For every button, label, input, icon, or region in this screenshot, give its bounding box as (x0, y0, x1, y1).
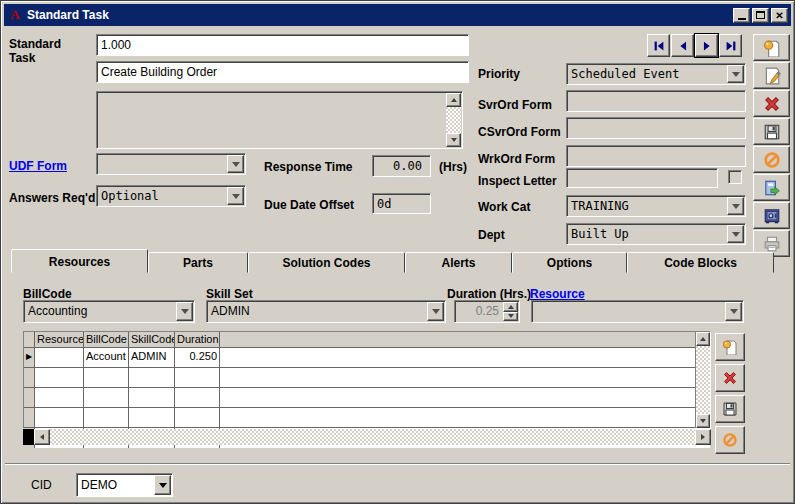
csvrord-form-field[interactable] (566, 117, 746, 139)
grid-col-duration[interactable]: Duration (175, 332, 220, 347)
chevron-down-icon (732, 204, 740, 209)
task-name-field[interactable]: Create Building Order (96, 61, 469, 83)
cancel-button[interactable] (753, 146, 790, 173)
duration-spinner[interactable]: 0.25 (454, 300, 520, 323)
close-button[interactable]: ✕ (771, 8, 788, 23)
vault-button[interactable] (753, 202, 790, 229)
scroll-track[interactable] (696, 346, 710, 414)
answers-reqd-label: Answers Req'd (9, 191, 95, 205)
billcode-value: Accounting (28, 304, 87, 318)
udf-form-dropdown-button[interactable] (227, 155, 244, 173)
tab-solution-codes[interactable]: Solution Codes (248, 252, 405, 273)
billcode-dropdown-button[interactable] (176, 302, 193, 321)
minimize-button[interactable] (733, 8, 750, 23)
chevron-down-icon (232, 162, 240, 167)
cell-duration[interactable]: 0.250 (175, 348, 220, 367)
resource-link[interactable]: Resource (530, 287, 585, 301)
tab-resources[interactable]: Resources (11, 249, 148, 273)
inspect-letter-label: Inspect Letter (478, 174, 564, 188)
save-button[interactable] (753, 118, 790, 145)
grid-col-skillcode[interactable]: SkillCode (129, 332, 175, 347)
cell-skillcode[interactable]: ADMIN (129, 348, 175, 367)
grid-save-button[interactable] (715, 395, 745, 423)
new-record-button[interactable] (753, 34, 790, 61)
spinner-down-icon (508, 314, 514, 318)
title-bar[interactable]: A Standard Task ✕ (4, 4, 791, 26)
description-memo[interactable] (96, 91, 463, 149)
tab-parts[interactable]: Parts (148, 252, 248, 273)
first-record-icon (652, 39, 666, 53)
last-record-icon (724, 39, 738, 53)
due-date-offset-field[interactable]: 0d (372, 193, 431, 214)
tab-options[interactable]: Options (512, 252, 627, 273)
priority-dropdown-button[interactable] (727, 65, 744, 83)
work-cat-dropdown-button[interactable] (727, 197, 744, 215)
description-scrollbar[interactable] (446, 93, 461, 147)
export-button[interactable] (753, 174, 790, 201)
scroll-up-button[interactable] (696, 332, 710, 346)
work-cat-combo[interactable]: TRAINING (566, 195, 746, 217)
cid-dropdown-button[interactable] (154, 475, 171, 495)
duration-down-button[interactable] (503, 312, 518, 322)
delete-button[interactable] (753, 90, 790, 117)
cid-combo[interactable]: DEMO (76, 473, 173, 497)
response-time-unit-label: (Hrs) (439, 160, 467, 174)
scroll-down-button[interactable] (446, 133, 461, 147)
next-record-button[interactable] (695, 34, 718, 57)
scroll-track[interactable] (50, 429, 695, 445)
resource-combo[interactable] (531, 300, 744, 323)
tab-alerts[interactable]: Alerts (405, 252, 512, 273)
inspect-letter-checkbox[interactable] (728, 170, 742, 184)
due-date-offset-label: Due Date Offset (264, 198, 354, 212)
cell-billcode[interactable]: Account (84, 348, 129, 367)
response-time-field[interactable]: 0.00 (372, 155, 431, 177)
resource-dropdown-button[interactable] (725, 302, 742, 321)
answers-reqd-combo[interactable]: Optional (96, 185, 246, 207)
dept-combo[interactable]: Built Up (566, 223, 746, 245)
skillset-combo[interactable]: ADMIN (206, 300, 446, 323)
wrkord-form-field[interactable] (566, 145, 746, 167)
billcode-combo[interactable]: Accounting (23, 300, 195, 323)
udf-form-combo[interactable] (96, 153, 246, 175)
grid-delete-button[interactable] (715, 364, 745, 392)
dept-value: Built Up (571, 227, 629, 241)
dept-dropdown-button[interactable] (727, 225, 744, 243)
svrord-form-field[interactable] (566, 90, 746, 112)
scroll-right-button[interactable] (695, 429, 711, 445)
grid-horizontal-scrollbar[interactable] (23, 429, 711, 445)
inspect-letter-field[interactable] (566, 168, 718, 188)
table-row[interactable] (24, 388, 710, 408)
first-record-button[interactable] (647, 34, 670, 57)
row-selector-cell[interactable]: ▶ (24, 348, 35, 367)
grid-col-billcode[interactable]: BillCode (84, 332, 129, 347)
edit-button[interactable] (753, 62, 790, 89)
grid-vertical-scrollbar[interactable] (695, 332, 710, 428)
scroll-left-button[interactable] (34, 429, 50, 445)
grid-col-resource[interactable]: Resource (35, 332, 84, 347)
maximize-button[interactable] (752, 8, 769, 23)
table-row[interactable] (24, 368, 710, 388)
scroll-up-button[interactable] (446, 93, 461, 107)
scroll-down-icon (451, 138, 457, 142)
previous-record-button[interactable] (671, 34, 694, 57)
duration-up-button[interactable] (503, 302, 518, 312)
udf-form-link[interactable]: UDF Form (9, 159, 67, 173)
grid-cancel-button[interactable] (715, 426, 745, 454)
scrollbar-corner (23, 429, 34, 445)
skillset-dropdown-button[interactable] (427, 302, 444, 321)
tab-code-blocks[interactable]: Code Blocks (627, 252, 774, 273)
table-row[interactable]: ▶ Account ADMIN 0.250 (24, 348, 710, 368)
grid-header-row: Resource BillCode SkillCode Duration (24, 332, 710, 348)
cell-resource[interactable] (35, 348, 84, 367)
priority-combo[interactable]: Scheduled Event (566, 63, 746, 85)
task-number-field[interactable]: 1.000 (96, 34, 469, 56)
current-row-marker-icon: ▶ (26, 352, 32, 361)
previous-record-icon (676, 39, 690, 53)
scroll-down-button[interactable] (696, 414, 710, 428)
answers-reqd-dropdown-button[interactable] (227, 187, 244, 205)
response-time-label: Response Time (264, 160, 352, 174)
table-row[interactable] (24, 408, 710, 428)
last-record-button[interactable] (719, 34, 742, 57)
grid-new-button[interactable] (715, 333, 745, 361)
scroll-track[interactable] (446, 107, 461, 133)
